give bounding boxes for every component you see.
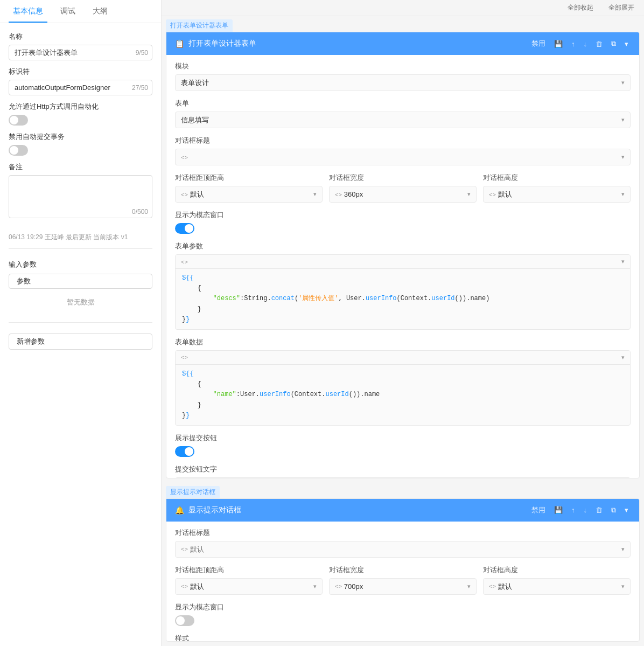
card2-down-btn[interactable]: ↓ (582, 505, 590, 515)
top-distance-select[interactable]: 默认 (190, 186, 313, 202)
card2-modal-label: 显示为模态窗口 (175, 602, 631, 612)
id-input[interactable] (9, 80, 152, 95)
top-distance-wrapper: <> 默认 ▾ (175, 186, 323, 203)
card2-dialog-title-field: 对话框标题 <> ▾ (175, 528, 631, 558)
height-wrapper: <> 默认 ▾ (483, 186, 631, 203)
dialog-title-label: 对话框标题 (175, 136, 631, 145)
card2-style-label: 样式 (175, 634, 631, 642)
submit-text-field: 提交按钮文字 <> ▾ (175, 464, 631, 478)
card2-width-label: 对话框宽度 (329, 565, 477, 575)
top-distance-chevron: ▾ (313, 191, 317, 198)
width-label: 对话框宽度 (329, 173, 477, 183)
card1-header-icon: 📋 (175, 39, 184, 48)
card2-copy-btn[interactable]: ⧉ (609, 505, 618, 516)
card2-up-btn[interactable]: ↑ (569, 505, 577, 515)
card2-save-btn[interactable]: 💾 (552, 505, 565, 515)
card1-tag: 打开表单设计器表单 (166, 19, 233, 32)
card1-expand-btn[interactable]: ▾ (622, 39, 631, 49)
tab-outline[interactable]: 大纲 (88, 0, 112, 23)
card2-delete-btn[interactable]: 🗑 (593, 505, 605, 515)
params-button[interactable]: 参数 (9, 274, 152, 289)
form-data-code-icon: <> (181, 354, 188, 360)
expand-all-button[interactable]: 全部展开 (605, 2, 638, 13)
card1-copy-btn[interactable]: ⧉ (609, 38, 618, 49)
card1-down-btn[interactable]: ↓ (582, 39, 590, 49)
form-data-code[interactable]: <> ▾ ${{ { "name":User.userInfo(Context.… (175, 350, 631, 426)
card1-body: 模块 表单设计 ▾ 表单 信息填写 ▾ (166, 55, 639, 478)
add-param-button[interactable]: 新增参数 (9, 334, 152, 350)
right-panel: 全部收起 全部展开 打开表单设计器表单 📋 打开表单设计器表单 禁用 💾 ↑ ↓… (162, 0, 644, 646)
card1-delete-btn[interactable]: 🗑 (593, 39, 605, 49)
modal-field: 显示为模态窗口 (175, 210, 631, 234)
form-params-field: 表单参数 <> ▾ ${{ { "descs":String.concat('属… (175, 241, 631, 330)
dialog-title-input[interactable] (190, 149, 621, 165)
form-data-code-expand[interactable]: ▾ (621, 354, 625, 361)
card1: 📋 打开表单设计器表单 禁用 💾 ↑ ↓ 🗑 ⧉ ▾ 模块 表单设计 (166, 32, 640, 478)
name-field-wrapper: 9/50 (9, 45, 152, 60)
card2-dialog-title-input[interactable] (190, 541, 621, 557)
card2-dialog-dimensions: 对话框距顶距高 <> 默认 ▾ 对话框宽度 <> 700px (175, 565, 631, 602)
submit-text-wrapper: <> ▾ (175, 477, 631, 478)
form-params-code-body: ${{ { "descs":String.concat('属性传入值', Use… (176, 269, 630, 329)
dialog-title-wrapper: <> ▾ (175, 149, 631, 165)
modal-toggle[interactable] (175, 223, 194, 234)
card2-top-distance-select[interactable]: 默认 (190, 579, 313, 594)
name-label: 名称 (9, 32, 152, 41)
card2-top-distance-field: 对话框距顶距高 <> 默认 ▾ (175, 565, 323, 595)
form-field: 表单 信息填写 ▾ (175, 99, 631, 128)
card2-width-select[interactable]: 700px (344, 579, 467, 594)
module-select-wrapper: 表单设计 ▾ (175, 74, 631, 91)
id-char-count: 27/50 (132, 84, 148, 92)
module-select[interactable]: 表单设计 (181, 75, 621, 91)
card2-width-code-icon: <> (335, 583, 342, 589)
form-params-label: 表单参数 (175, 241, 631, 251)
form-params-code[interactable]: <> ▾ ${{ { "descs":String.concat('属性传入值'… (175, 254, 631, 330)
form-data-label: 表单数据 (175, 337, 631, 347)
card2-height-chevron: ▾ (621, 583, 625, 590)
submit-text-label: 提交按钮文字 (175, 464, 631, 474)
card2-title: 显示提示对话框 (188, 505, 529, 515)
card2-top-distance-wrapper: <> 默认 ▾ (175, 578, 323, 595)
dialog-dimensions: 对话框距顶距高 <> 默认 ▾ 对话框宽度 <> 360px (175, 173, 631, 210)
dialog-title-code-icon: <> (181, 154, 188, 161)
width-select[interactable]: 360px (344, 186, 467, 202)
card1-disable-btn[interactable]: 禁用 (529, 38, 548, 50)
form-data-code-header: <> ▾ (176, 351, 630, 365)
collapse-all-button[interactable]: 全部收起 (564, 2, 597, 13)
card2-disable-btn[interactable]: 禁用 (529, 504, 548, 516)
submit-toggle[interactable] (9, 145, 28, 156)
submit-text-input[interactable] (190, 478, 621, 478)
show-submit-toggle[interactable] (175, 446, 194, 457)
form-params-code-header: <> ▾ (176, 255, 630, 269)
width-field: 对话框宽度 <> 360px ▾ (329, 173, 477, 203)
empty-hint: 暂无数据 (0, 289, 161, 316)
card2-dialog-title-chevron: ▾ (621, 546, 625, 553)
left-panel: 基本信息 调试 大纲 名称 9/50 标识符 27/50 允许通过Http方式调… (0, 0, 162, 646)
form-params-code-icon: <> (181, 259, 188, 265)
tab-basic-info[interactable]: 基本信息 (9, 0, 47, 23)
basic-info-form: 名称 9/50 标识符 27/50 允许通过Http方式调用自动化 禁用自动提交… (0, 23, 161, 228)
form-params-code-expand[interactable]: ▾ (621, 258, 625, 265)
tab-debug[interactable]: 调试 (56, 0, 80, 23)
card2-expand-btn[interactable]: ▾ (622, 505, 631, 515)
card2-tag: 显示提示对话框 (166, 486, 220, 498)
http-toggle-container (9, 115, 152, 126)
form-select[interactable]: 信息填写 (181, 112, 621, 128)
height-select[interactable]: 默认 (498, 186, 621, 202)
http-toggle[interactable] (9, 115, 28, 126)
name-input[interactable] (9, 45, 152, 60)
card2-height-select[interactable]: 默认 (498, 579, 621, 594)
width-chevron: ▾ (467, 191, 471, 198)
height-field: 对话框高度 <> 默认 ▾ (483, 173, 631, 203)
note-field-wrapper: 0/500 (9, 175, 152, 220)
card2-dialog-title-code-icon: <> (181, 546, 188, 552)
modal-label: 显示为模态窗口 (175, 210, 631, 220)
card2-modal-toggle[interactable] (175, 615, 194, 626)
card1-up-btn[interactable]: ↑ (569, 39, 577, 49)
form-label: 表单 (175, 99, 631, 108)
card1-save-btn[interactable]: 💾 (552, 39, 565, 49)
show-submit-field: 展示提交按钮 (175, 433, 631, 457)
note-textarea[interactable] (9, 175, 152, 218)
top-distance-code-icon: <> (181, 191, 188, 198)
height-label: 对话框高度 (483, 173, 631, 183)
